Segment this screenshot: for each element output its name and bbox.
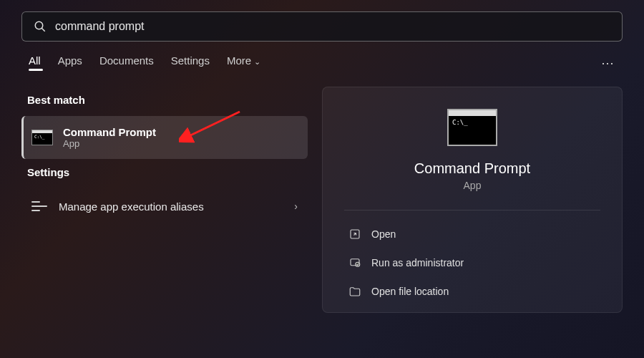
more-options-button[interactable]: ⋯ (601, 55, 615, 71)
action-open[interactable]: Open (344, 221, 600, 248)
detail-subtitle: App (464, 180, 482, 191)
chevron-down-icon: ⌄ (254, 57, 260, 67)
divider (344, 210, 600, 211)
detail-command-prompt-icon (447, 109, 497, 146)
action-run-as-admin[interactable]: Run as administrator (344, 249, 600, 276)
settings-result-aliases[interactable]: Manage app execution aliases › (21, 188, 308, 224)
tab-settings[interactable]: Settings (171, 54, 210, 71)
shield-icon (348, 256, 361, 269)
results-column: Best match Command Prompt App Settings (21, 87, 308, 313)
detail-title: Command Prompt (414, 160, 530, 177)
open-icon (348, 228, 361, 241)
chevron-right-icon: › (294, 200, 298, 212)
svg-point-0 (35, 21, 43, 29)
tab-apps[interactable]: Apps (58, 54, 82, 71)
search-icon (34, 20, 47, 33)
svg-line-1 (42, 28, 45, 32)
result-title: Command Prompt (63, 126, 156, 138)
result-subtitle: App (63, 138, 156, 149)
tab-more[interactable]: More⌄ (227, 54, 260, 71)
settings-result-label: Manage app execution aliases (59, 200, 294, 213)
command-prompt-icon (31, 130, 53, 145)
search-input[interactable] (55, 20, 610, 33)
section-heading-best-match: Best match (27, 94, 302, 106)
folder-icon (348, 285, 361, 298)
tab-documents[interactable]: Documents (99, 54, 154, 71)
section-heading-settings: Settings (27, 166, 302, 178)
tab-all[interactable]: All (29, 54, 41, 71)
aliases-icon (31, 198, 47, 214)
detail-panel: Command Prompt App Open Run as administr… (322, 87, 623, 313)
filter-tabs: All Apps Documents Settings More⌄ ⋯ (0, 42, 644, 79)
result-command-prompt[interactable]: Command Prompt App (21, 116, 308, 159)
search-bar[interactable] (21, 11, 623, 42)
action-open-file-location[interactable]: Open file location (344, 278, 600, 305)
